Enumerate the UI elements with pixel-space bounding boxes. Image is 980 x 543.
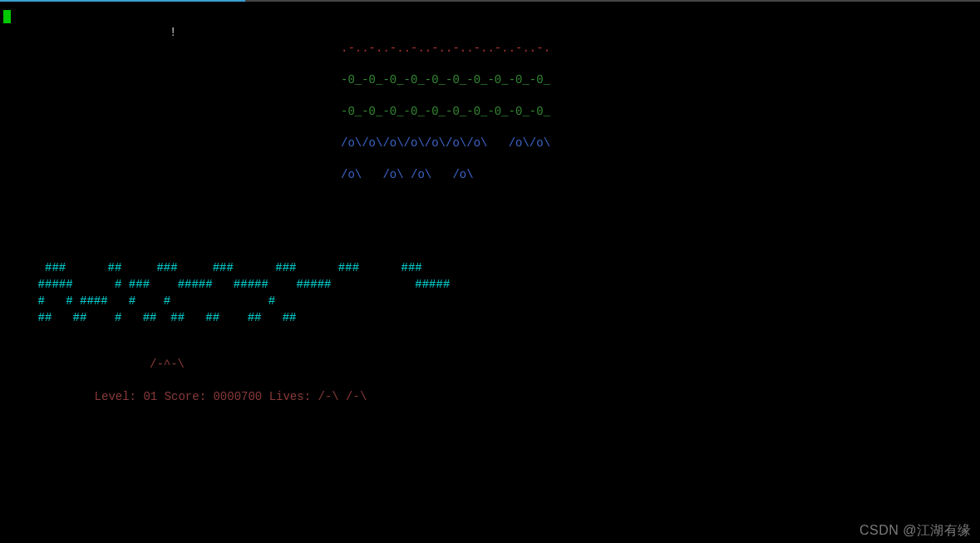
terminal-screen[interactable]: ! .-..-..-..-..-..-..-..-..-..-. -0_-0_-… — [0, 0, 980, 543]
mothership-row: .-..-..-..-..-..-..-..-..-..-. — [341, 41, 550, 57]
shield-line-3: # # #### # # # — [10, 294, 275, 309]
shield-line-1: ### ## ### ### ### ### ### — [10, 260, 422, 276]
player-bullet: ! — [170, 25, 176, 41]
alien-row-blue-1: /o\/o\/o\/o\/o\/o\/o\ /o\/o\ — [341, 136, 550, 151]
player-ship[interactable]: /-^-\ — [150, 357, 185, 373]
shield-line-4: ## ## # ## ## ## ## ## — [10, 310, 296, 326]
alien-row-green-2: -0_-0_-0_-0_-0_-0_-0_-0_-0_-0_ — [341, 104, 550, 120]
level-value: 01 — [143, 390, 157, 403]
window-titlebar — [0, 0, 980, 2]
status-bar: Level: 01 Score: 0000700 Lives: /-\ /-\ — [66, 373, 367, 421]
terminal-cursor — [3, 10, 11, 23]
lives-label: Lives: — [262, 390, 318, 403]
level-label: Level: — [95, 390, 144, 403]
watermark: CSDN @江湖有缘 — [859, 522, 972, 538]
score-label: Score: — [157, 390, 213, 403]
shield-line-2: ##### # ### ##### ##### ##### ##### — [10, 277, 450, 293]
alien-row-blue-2: /o\ /o\ /o\ /o\ — [341, 167, 474, 183]
alien-row-green-1: -0_-0_-0_-0_-0_-0_-0_-0_-0_-0_ — [341, 72, 550, 88]
lives-value: /-\ /-\ — [318, 390, 367, 403]
score-value: 0000700 — [213, 390, 262, 403]
